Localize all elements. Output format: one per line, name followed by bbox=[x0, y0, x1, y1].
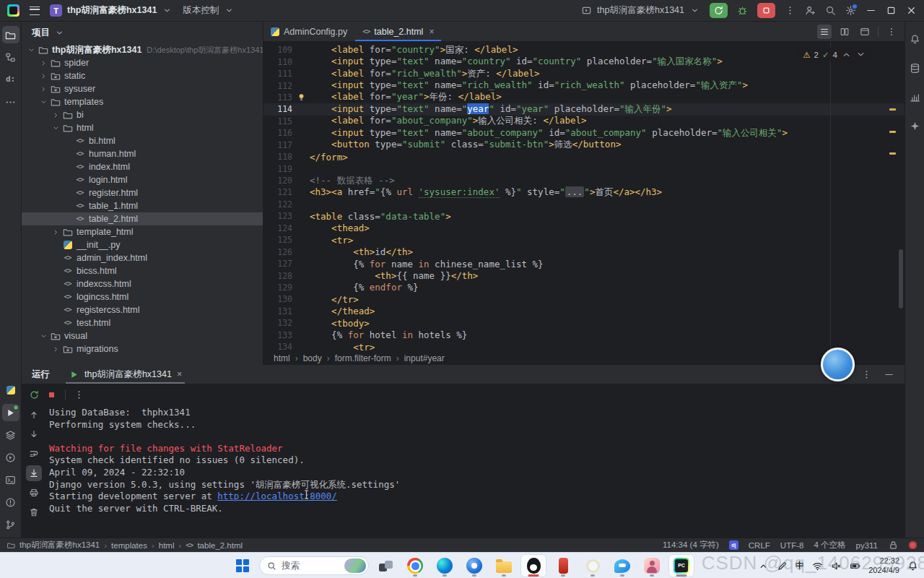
tree-item-bicss.html[interactable]: <>bicss.html bbox=[22, 264, 263, 277]
tree-chevron-icon[interactable] bbox=[26, 46, 37, 54]
project-panel-header[interactable]: 项目 bbox=[22, 22, 263, 43]
code-line-126[interactable]: 126 <th>id</th> bbox=[263, 246, 905, 257]
intention-bulb-icon[interactable] bbox=[292, 92, 310, 102]
prev-problem-icon[interactable] bbox=[841, 49, 852, 60]
tool-window-button-version-control[interactable] bbox=[2, 516, 19, 533]
tree-item-static[interactable]: static bbox=[22, 69, 263, 82]
editor-tab-AdminConfig.py[interactable]: AdminConfig.py bbox=[263, 22, 355, 41]
tree-item-index.html[interactable]: <>index.html bbox=[22, 160, 263, 173]
code-line-124[interactable]: 124 <thead> bbox=[263, 223, 905, 234]
status-breadcrumb[interactable]: thp胡润富豪榜hx1341›templates›html›<>table_2.… bbox=[7, 540, 243, 551]
hide-panel-icon[interactable] bbox=[884, 369, 894, 380]
debug-button[interactable] bbox=[737, 5, 748, 16]
tree-item-admin_index.html[interactable]: <>admin_index.html bbox=[22, 251, 263, 264]
stop-button[interactable] bbox=[757, 3, 775, 18]
code-line-123[interactable]: 123<table class="data-table"> bbox=[263, 210, 905, 222]
tree-chevron-icon[interactable] bbox=[51, 111, 61, 119]
tool-window-button-more-tools[interactable] bbox=[2, 93, 19, 111]
prev-occurrence-icon[interactable] bbox=[26, 407, 42, 423]
clear-all-icon[interactable] bbox=[26, 504, 42, 520]
code-line-130[interactable]: 130 </tr> bbox=[263, 293, 905, 305]
next-occurrence-icon[interactable] bbox=[26, 426, 42, 442]
console-output[interactable]: Using DataBase: thphx1341Performing syst… bbox=[49, 407, 897, 538]
next-problem-icon[interactable] bbox=[855, 49, 866, 60]
code-area[interactable]: 109 <label for="country">国家: </label>110… bbox=[263, 42, 905, 351]
tree-item-visual[interactable]: visual bbox=[22, 329, 263, 342]
pen-icon[interactable] bbox=[777, 561, 788, 571]
tool-window-button-structure[interactable] bbox=[2, 48, 19, 66]
breadcrumb-item[interactable]: input#year bbox=[404, 353, 445, 363]
run-tab[interactable]: thp胡润富豪榜hx1341 × bbox=[66, 365, 185, 384]
minimize-button[interactable] bbox=[866, 5, 876, 16]
taskbar-app-pycharm[interactable] bbox=[668, 554, 694, 577]
tree-item-human.html[interactable]: <>human.html bbox=[22, 147, 263, 160]
clock[interactable]: 22:32 2024/4/9 bbox=[868, 556, 899, 575]
console-more-icon[interactable] bbox=[74, 389, 84, 400]
status-breadcrumb-item[interactable]: html bbox=[159, 541, 175, 550]
tree-item-migrations[interactable]: migrations bbox=[22, 342, 263, 355]
tree-chevron-icon[interactable] bbox=[51, 345, 61, 353]
tree-item-test.html[interactable]: <>test.html bbox=[22, 316, 263, 329]
code-line-120[interactable]: 120<!-- 数据表格 --> bbox=[263, 175, 905, 186]
tree-chevron-icon[interactable] bbox=[38, 72, 49, 80]
interpreter[interactable]: py311 bbox=[856, 541, 878, 550]
code-line-133[interactable]: 133 {% for hotel in hotels %} bbox=[263, 329, 905, 341]
tree-item-thp胡润富豪榜hx1341[interactable]: thp胡润富豪榜hx1341D:\desktop\thp胡润富豪榜hx1341 bbox=[22, 43, 263, 56]
rerun-icon[interactable] bbox=[29, 389, 40, 400]
code-line-121[interactable]: 121<h3><a href="{% url 'sysuser:index' %… bbox=[263, 186, 905, 198]
main-menu-icon[interactable] bbox=[30, 7, 40, 15]
code-line-118[interactable]: 118</form> bbox=[263, 151, 905, 163]
tool-window-button-run[interactable] bbox=[2, 404, 19, 421]
tool-window-button-project[interactable] bbox=[2, 26, 19, 43]
more-actions-icon[interactable] bbox=[785, 5, 796, 16]
tool-window-button-problems[interactable] bbox=[2, 493, 19, 511]
tree-item-sysuser[interactable]: sysuser bbox=[22, 82, 263, 95]
tree-item-registercss.html[interactable]: <>registercss.html bbox=[22, 303, 263, 316]
taskbar-app-qq[interactable] bbox=[520, 554, 546, 577]
django-icon[interactable]: dj bbox=[729, 540, 738, 550]
indent-setting[interactable]: 4 个空格 bbox=[814, 540, 845, 551]
tree-chevron-icon[interactable] bbox=[51, 124, 61, 132]
tree-chevron-icon[interactable] bbox=[38, 59, 49, 67]
tool-window-button-python-console[interactable] bbox=[2, 449, 19, 466]
tree-item-logincss.html[interactable]: <>logincss.html bbox=[22, 290, 263, 303]
add-user-icon[interactable] bbox=[805, 5, 816, 16]
breadcrumb-item[interactable]: form.filter-form bbox=[335, 353, 391, 363]
taskbar-app-edge[interactable] bbox=[432, 554, 458, 577]
code-line-111[interactable]: 111 <label for="rich_wealth">资产: </label… bbox=[263, 68, 905, 79]
taskbar-app-blue-app[interactable] bbox=[461, 554, 487, 577]
code-line-114[interactable]: 114 <input type="text" name="year" id="y… bbox=[263, 103, 905, 115]
code-line-113[interactable]: 113 <label for="year">年份: </label> bbox=[263, 92, 905, 103]
ime-indicator[interactable]: 中 bbox=[796, 560, 805, 572]
code-line-116[interactable]: 116 <input type="text" name="about_compa… bbox=[263, 127, 905, 139]
code-line-115[interactable]: 115 <label for="about_company">输入公司相关: <… bbox=[263, 116, 905, 127]
hidden-icons-chevron[interactable] bbox=[758, 561, 769, 571]
settings-button[interactable] bbox=[845, 5, 856, 16]
maximize-button[interactable] bbox=[886, 5, 897, 16]
stripe-button-database[interactable] bbox=[906, 59, 923, 77]
code-line-131[interactable]: 131 </thead> bbox=[263, 306, 905, 317]
start-button[interactable] bbox=[230, 554, 256, 577]
preview-icon[interactable] bbox=[858, 25, 872, 39]
floating-ball[interactable] bbox=[821, 348, 855, 381]
taskbar-app-contacts-app[interactable] bbox=[639, 554, 665, 577]
layout-structure-icon[interactable] bbox=[837, 25, 852, 39]
tool-window-button-d-tool[interactable]: d: bbox=[2, 71, 19, 88]
breadcrumb-item[interactable]: body bbox=[303, 353, 322, 363]
tree-item-table_2.html[interactable]: <>table_2.html bbox=[22, 212, 263, 225]
layout-list-icon[interactable] bbox=[817, 25, 832, 39]
tree-item-templates[interactable]: templates bbox=[22, 95, 263, 108]
soft-wrap-icon[interactable] bbox=[26, 446, 42, 462]
taskbar-app-task-view[interactable] bbox=[372, 554, 398, 577]
stripe-button-ai-assistant[interactable] bbox=[906, 117, 923, 134]
battery-icon[interactable] bbox=[850, 561, 860, 571]
tool-window-button-python-packages[interactable] bbox=[2, 381, 19, 399]
close-button[interactable] bbox=[906, 5, 917, 16]
code-line-125[interactable]: 125 <tr> bbox=[263, 234, 905, 246]
taskbar-search[interactable]: 搜索 bbox=[259, 556, 369, 575]
tree-item-bi.html[interactable]: <>bi.html bbox=[22, 134, 263, 147]
tool-window-button-services[interactable] bbox=[2, 426, 19, 444]
tree-chevron-icon[interactable] bbox=[38, 332, 49, 340]
caret-position[interactable]: 114:34 (4 字符) bbox=[663, 540, 719, 551]
code-line-129[interactable]: 129 {% endfor %} bbox=[263, 282, 905, 293]
